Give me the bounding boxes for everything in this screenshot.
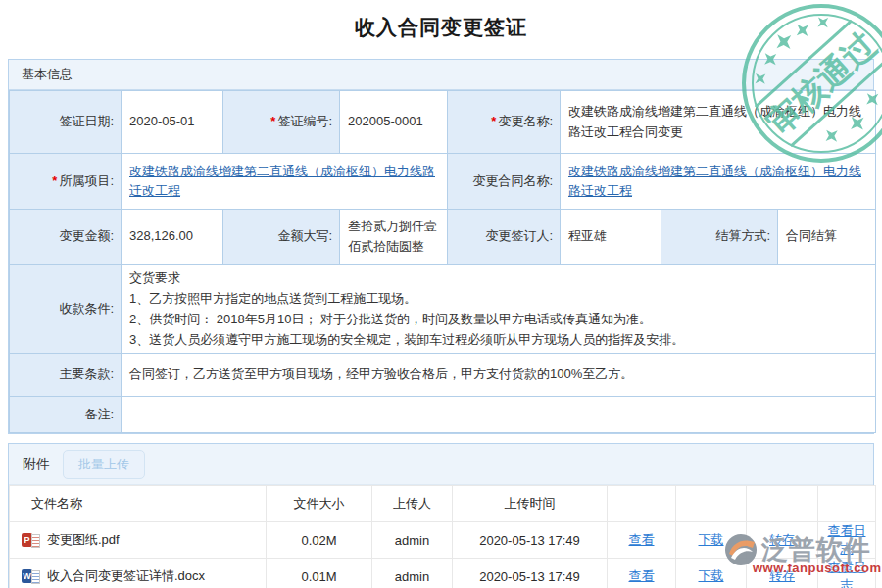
basic-info-header: 基本信息 bbox=[9, 60, 873, 90]
file-name-cell: W 收入合同变更签证详情.docx bbox=[10, 559, 267, 588]
column-header-action bbox=[608, 486, 676, 522]
file-upload-time: 2020-05-13 17:49 bbox=[453, 522, 608, 559]
attachments-header-row: 文件名称 文件大小 上传人 上传时间 bbox=[10, 486, 876, 522]
field-value-payment-terms: 交货要求 1、乙方按照甲方指定的地点送货到工程施工现场。 2、供货时间： 201… bbox=[122, 265, 876, 354]
pdf-file-icon: P bbox=[22, 533, 40, 548]
field-label-settlement: 结算方式: bbox=[662, 210, 778, 265]
field-label-signer: 变更签订人: bbox=[448, 210, 561, 265]
field-label-amount-caps: 金额大写: bbox=[223, 210, 340, 265]
field-value-change-name: 改建铁路成渝线增建第二直通线（成渝枢纽）电力线路迁改工程合同变更 bbox=[561, 91, 876, 154]
field-label-change-contract: 变更合同名称: bbox=[448, 154, 561, 210]
batch-upload-button[interactable]: 批量上传 bbox=[63, 450, 145, 479]
word-file-icon: W bbox=[22, 569, 40, 584]
field-label-project: *所属项目: bbox=[10, 154, 122, 210]
payment-terms-line: 1、乙方按照甲方指定的地点送货到工程施工现场。 bbox=[129, 288, 867, 309]
field-label-sign-date: 签证日期: bbox=[10, 91, 122, 154]
field-value-settlement: 合同结算 bbox=[778, 210, 876, 265]
action-link-transfer[interactable]: 转存 bbox=[769, 568, 795, 583]
attachments-section: 附件 批量上传 文件名称 文件大小 上传人 上传时间 P 变更图纸.pdf 0. bbox=[8, 443, 874, 588]
payment-terms-line: 2、供货时间： 2018年5月10日； 对于分批送货的，时间及数量以甲方电话或传… bbox=[129, 309, 867, 329]
file-name: 变更图纸.pdf bbox=[47, 531, 120, 549]
field-value-project: 改建铁路成渝线增建第二直通线（成渝枢纽）电力线路迁改工程 bbox=[122, 154, 448, 210]
column-header-file-name: 文件名称 bbox=[10, 486, 267, 522]
attachments-title: 附件 bbox=[23, 456, 50, 473]
field-label-main-clause: 主要条款: bbox=[10, 354, 122, 397]
basic-info-section: 基本信息 签证日期: 2020-05-01 *签证编号: 202005-0001… bbox=[8, 59, 874, 434]
field-label-payment-terms: 收款条件: bbox=[10, 265, 122, 354]
column-header-upload-time: 上传时间 bbox=[453, 486, 608, 522]
field-label-remark: 备注: bbox=[10, 397, 122, 433]
column-header-uploader: 上传人 bbox=[372, 486, 453, 522]
action-link-download[interactable]: 下载 bbox=[699, 568, 724, 583]
column-header-action bbox=[747, 486, 818, 522]
action-link-view[interactable]: 查看 bbox=[629, 568, 655, 583]
field-label-sign-no: *签证编号: bbox=[223, 91, 340, 154]
file-uploader: admin bbox=[372, 559, 453, 588]
required-mark: * bbox=[270, 114, 275, 128]
action-link-view-log[interactable]: 查看日志 bbox=[828, 523, 866, 556]
attachment-row: W 收入合同变更签证详情.docx 0.01M admin 2020-05-13… bbox=[10, 559, 876, 588]
required-mark: * bbox=[52, 173, 57, 188]
field-value-change-contract: 改建铁路成渝线增建第二直通线（成渝枢纽）电力线路迁改工程 bbox=[561, 154, 876, 210]
file-size: 0.01M bbox=[267, 559, 372, 588]
required-mark: * bbox=[491, 114, 496, 128]
action-link-view-log[interactable]: 查看日志 bbox=[828, 560, 866, 588]
field-value-amount-caps: 叁拾贰万捌仟壹佰贰拾陆圆整 bbox=[340, 210, 448, 265]
change-contract-link[interactable]: 改建铁路成渝线增建第二直通线（成渝枢纽）电力线路迁改工程 bbox=[568, 164, 861, 198]
column-header-file-size: 文件大小 bbox=[267, 486, 372, 522]
attachment-row: P 变更图纸.pdf 0.02M admin 2020-05-13 17:49 … bbox=[10, 522, 876, 559]
basic-info-table: 签证日期: 2020-05-01 *签证编号: 202005-0001 *变更名… bbox=[9, 90, 876, 433]
file-name: 收入合同变更签证详情.docx bbox=[47, 567, 205, 585]
action-link-view[interactable]: 查看 bbox=[629, 532, 655, 547]
payment-terms-line: 3、送货人员必须遵守甲方施工现场的安全规定，装卸车过程必须听从甲方现场人员的指挥… bbox=[129, 329, 867, 350]
file-size: 0.02M bbox=[267, 522, 372, 559]
project-link[interactable]: 改建铁路成渝线增建第二直通线（成渝枢纽）电力线路迁改工程 bbox=[129, 164, 435, 198]
page-title: 收入合同变更签证 bbox=[0, 14, 882, 41]
field-value-sign-no: 202005-0001 bbox=[340, 91, 448, 154]
field-label-amount: 变更金额: bbox=[10, 210, 122, 265]
action-link-transfer[interactable]: 转存 bbox=[769, 532, 795, 547]
field-value-signer: 程亚雄 bbox=[561, 210, 662, 265]
field-value-sign-date: 2020-05-01 bbox=[122, 91, 223, 154]
field-value-main-clause: 合同签订，乙方送货至甲方项目现场，经甲方验收合格后，甲方支付货款的100%至乙方… bbox=[122, 354, 876, 397]
file-uploader: admin bbox=[372, 522, 453, 559]
column-header-action bbox=[818, 486, 876, 522]
field-label-change-name: *变更名称: bbox=[448, 91, 561, 154]
action-link-download[interactable]: 下载 bbox=[699, 532, 724, 547]
file-name-cell: P 变更图纸.pdf bbox=[10, 522, 267, 559]
column-header-action bbox=[676, 486, 747, 522]
field-value-amount: 328,126.00 bbox=[122, 210, 223, 265]
attachments-header: 附件 批量上传 bbox=[9, 444, 873, 485]
attachments-table: 文件名称 文件大小 上传人 上传时间 P 变更图纸.pdf 0.02M admi… bbox=[9, 485, 876, 588]
field-value-remark bbox=[122, 397, 876, 433]
payment-terms-line: 交货要求 bbox=[129, 268, 867, 288]
file-upload-time: 2020-05-13 17:49 bbox=[453, 559, 608, 588]
